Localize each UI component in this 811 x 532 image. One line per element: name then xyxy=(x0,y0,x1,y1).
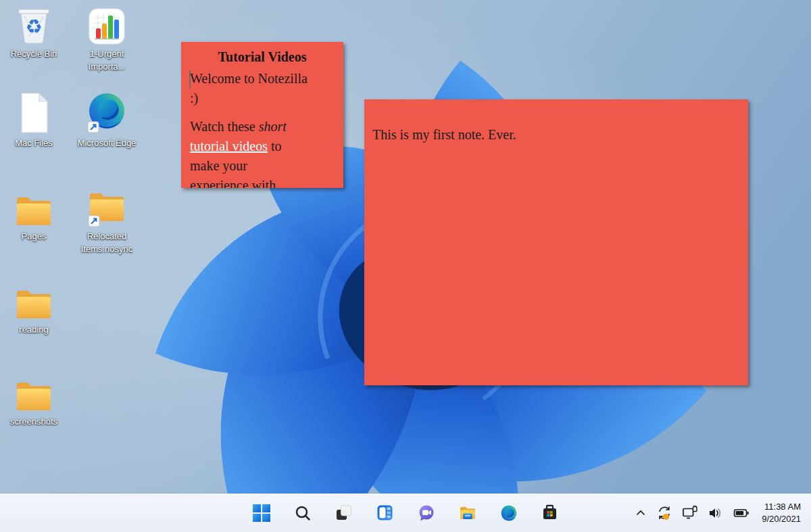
desktop-icon-label: Relocated Items.nosync xyxy=(74,230,139,256)
taskbar-chat-button[interactable] xyxy=(411,498,441,529)
note-text-line: experience with xyxy=(190,176,335,188)
system-tray: 11:38 AM 9/20/2021 xyxy=(633,493,811,532)
note-text-line: Watch these short xyxy=(190,117,335,137)
desktop-icon-pages-folder[interactable]: Pages xyxy=(0,184,68,243)
note-body: Welcome to Notezilla:)Watch these shortt… xyxy=(181,69,343,188)
taskbar-widgets-button[interactable] xyxy=(370,498,400,529)
clock-date: 9/20/2021 xyxy=(762,513,801,525)
note-text-line: make your xyxy=(190,156,335,176)
taskbar-search-button[interactable] xyxy=(287,498,318,529)
note-text-line: :) xyxy=(190,89,335,108)
note-text: This is my first note. Ever. xyxy=(364,99,748,144)
folder-shortcut-icon xyxy=(87,189,126,227)
hidden-icons-button[interactable] xyxy=(633,505,649,521)
desktop-icon-relocated-items[interactable]: Relocated Items.nosync xyxy=(73,184,141,256)
text-caret xyxy=(189,70,191,89)
taskbar-edge-button[interactable] xyxy=(493,498,524,529)
chevron-up-icon xyxy=(634,506,647,520)
desktop-icon-mac-files[interactable]: Mac Files xyxy=(0,91,68,149)
desktop-icon-reading-folder[interactable]: reading xyxy=(0,277,68,336)
sticky-note-first-note[interactable]: This is my first note. Ever. xyxy=(364,99,748,385)
microsoft-store-icon xyxy=(541,504,558,521)
task-view-icon xyxy=(335,504,352,521)
desktop-icon-label: Recycle Bin xyxy=(11,47,57,60)
taskbar-start-button[interactable] xyxy=(246,498,276,529)
desktop-icon-label: screenshots xyxy=(10,415,57,428)
folder-icon xyxy=(14,287,53,320)
sync-alert-badge xyxy=(663,513,669,519)
windows11-desktop-screen: ♻ Recycle Bin 1-Urgent Importa... xyxy=(0,0,811,532)
start-icon xyxy=(253,504,270,522)
svg-text:♻: ♻ xyxy=(25,16,42,38)
desktop-icon-recycle-bin[interactable]: ♻ Recycle Bin xyxy=(0,1,68,60)
sticky-note-tutorial-videos[interactable]: Tutorial Videos Welcome to Notezilla:)Wa… xyxy=(181,42,343,188)
volume-button[interactable] xyxy=(706,504,725,523)
edge-icon xyxy=(500,504,518,522)
taskbar-task-view-button[interactable] xyxy=(328,498,359,529)
volume-icon xyxy=(708,505,724,521)
battery-icon xyxy=(733,505,750,521)
recycle-bin-icon: ♻ xyxy=(15,3,53,45)
desktop-icon-label: reading xyxy=(19,323,48,336)
desktop-icon-label: 1-Urgent Importa... xyxy=(74,47,139,73)
folder-icon xyxy=(14,379,53,412)
sync-status-button[interactable] xyxy=(655,504,674,523)
taskbar: 11:38 AM 9/20/2021 xyxy=(0,493,811,532)
taskbar-file-explorer-button[interactable] xyxy=(452,498,483,529)
note-text-line: tutorial videos to xyxy=(190,137,335,156)
desktop-icon-1-urgent[interactable]: 1-Urgent Importa... xyxy=(73,1,141,73)
shortcut-arrow-badge xyxy=(89,216,99,226)
tutorial-videos-link[interactable]: tutorial videos xyxy=(190,139,268,153)
battery-button[interactable] xyxy=(731,504,752,523)
document-icon xyxy=(17,92,51,134)
desktop-icon-label: Mac Files xyxy=(15,137,53,149)
edge-icon xyxy=(87,92,127,134)
search-icon xyxy=(295,505,311,521)
widgets-icon xyxy=(376,504,393,521)
taskbar-store-button[interactable] xyxy=(535,498,565,529)
desktop-icon-screenshots-folder[interactable]: screenshots xyxy=(0,369,68,428)
desktop: ♻ Recycle Bin 1-Urgent Importa... xyxy=(0,0,811,493)
note-title: Tutorial Videos xyxy=(188,47,337,66)
chat-icon xyxy=(418,504,435,522)
sync-icon xyxy=(656,505,672,521)
desktop-icon-label: Pages xyxy=(22,230,47,243)
desktop-icon-label: Microsoft Edge xyxy=(78,137,137,149)
network-icon xyxy=(681,505,699,521)
shortcut-arrow-badge xyxy=(88,122,99,132)
desktop-icon-microsoft-edge[interactable]: Microsoft Edge xyxy=(73,91,141,149)
network-button[interactable] xyxy=(680,504,700,523)
file-explorer-icon xyxy=(459,504,476,522)
note-text-line: Welcome to Notezilla xyxy=(190,69,335,89)
taskbar-center-icons xyxy=(246,493,565,532)
numbers-chart-icon xyxy=(89,8,125,45)
clock-time: 11:38 AM xyxy=(762,501,801,513)
taskbar-clock[interactable]: 11:38 AM 9/20/2021 xyxy=(762,501,801,525)
folder-icon xyxy=(14,193,53,227)
